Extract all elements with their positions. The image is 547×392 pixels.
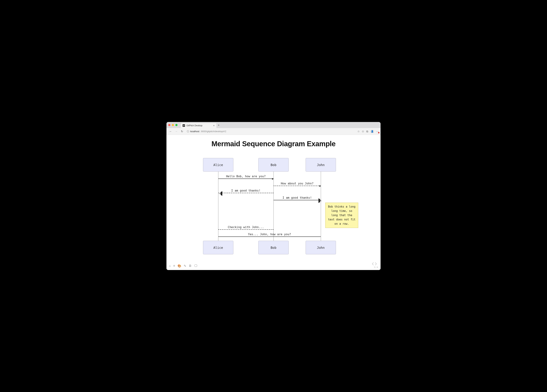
actor-john-bottom: John [306,241,336,254]
page-indicator: 3 / 4 [374,266,378,269]
window-controls [168,124,178,126]
back-button[interactable]: ← [168,130,173,133]
tab-title: GitPitch Desktop [186,124,212,127]
reload-button[interactable]: ↻ [180,130,184,133]
msg-label: I am good thanks! [274,196,321,199]
browser-window: GP GitPitch Desktop × + ← → ↻ ⓘ localhos… [166,122,381,270]
tab-close-icon[interactable]: × [213,124,215,127]
msg-label: Hello Bob, how are you? [218,175,274,178]
toolbar-right: ☆ ✩ ⧉ 👤 ⋯ [357,130,379,133]
sequence-diagram: Alice Bob John Hello Bob, how are you? H… [193,158,354,258]
desktop-icon[interactable]: 🖵 [194,264,197,268]
actor-bob-top: Bob [258,158,289,172]
site-info-icon[interactable]: ⓘ [187,130,189,133]
window-minimize-button[interactable] [172,124,174,126]
actor-john-top: John [306,158,336,172]
url-host: localhost [190,130,199,133]
new-tab-button[interactable]: + [218,124,219,127]
url-path: :9000/gitpitch/desktop#/2 [200,130,226,133]
prev-slide-button[interactable]: ‹ [372,260,374,267]
address-bar: ← → ↻ ⓘ localhost:9000/gitpitch/desktop#… [166,128,381,135]
slide-nav: ‹ › [372,260,377,267]
pencil-icon[interactable]: ✎ [184,264,186,268]
window-zoom-button[interactable] [175,124,178,126]
more-menu-icon[interactable]: ⋯ [376,130,379,133]
profile-avatar[interactable]: 👤 [370,130,374,133]
home-icon[interactable]: ⌂ [169,264,171,268]
slide-title: Mermaid Sequence Diagram Example [166,140,381,148]
msg-label: Checking with John... [218,225,274,229]
slide-content: Mermaid Sequence Diagram Example Alice B… [166,135,381,270]
msg-label: I am good thanks! [218,189,274,192]
actor-alice-top: Alice [203,158,233,172]
collections-icon[interactable]: ⧉ [366,130,368,133]
tab-favicon: GP [183,124,185,127]
url-field[interactable]: ⓘ localhost:9000/gitpitch/desktop#/2 [185,129,356,134]
palette-icon[interactable]: 🎨 [178,264,181,268]
msg-label: How about you John? [274,182,321,185]
note-bob-thinks: Bob thinks a long long time, so long tha… [325,203,358,228]
next-slide-button[interactable]: › [375,260,377,267]
lifeline-john [321,172,321,241]
menu-icon[interactable]: ≡ [173,264,175,268]
forward-button[interactable]: → [174,130,178,133]
window-close-button[interactable] [168,124,170,126]
tab-bar: GP GitPitch Desktop × + [166,122,381,128]
msg-label: Yes... John, how are you? [218,233,321,236]
actor-alice-bottom: Alice [203,241,233,254]
pdf-icon[interactable]: 🗎 [189,264,192,268]
actor-bob-bottom: Bob [258,241,289,254]
star-outline-icon[interactable]: ☆ [357,130,360,133]
favorites-icon[interactable]: ✩ [362,130,364,133]
presentation-toolbar: ⌂ ≡ 🎨 ✎ 🗎 🖵 [169,264,197,268]
browser-tab[interactable]: GP GitPitch Desktop × [181,123,216,128]
